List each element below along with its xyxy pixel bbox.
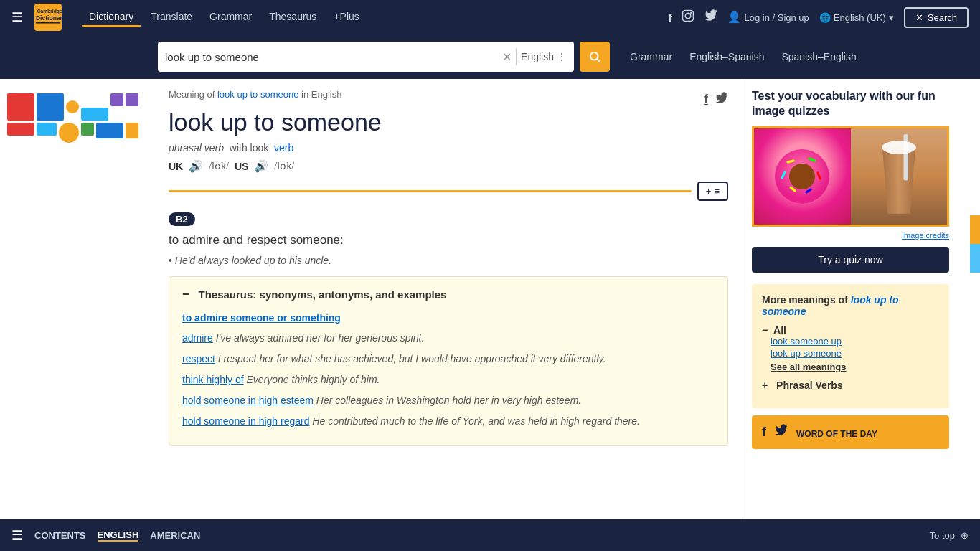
- thesaurus-ex-admire: I've always admired her for her generous…: [216, 332, 425, 344]
- thesaurus-entry: respect I respect her for what she has a…: [182, 352, 715, 367]
- nav-grammar[interactable]: Grammar: [202, 8, 259, 27]
- list-icon: ≡: [714, 186, 720, 197]
- thesaurus-term-high-regard[interactable]: hold someone in high regard: [182, 415, 309, 427]
- top-nav: ☰ Cambridge Dictionary Dictionary Transl…: [0, 0, 980, 34]
- to-top-button[interactable]: To top ⊕: [930, 530, 969, 541]
- language-filter[interactable]: English ⋮: [521, 51, 567, 62]
- instagram-link[interactable]: [682, 9, 694, 25]
- thesaurus-sub-link[interactable]: to admire someone or something: [182, 312, 715, 324]
- nav-thesaurus[interactable]: Thesaurus: [262, 8, 324, 27]
- share-twitter[interactable]: [715, 92, 728, 108]
- cb-orange-circle2: [59, 123, 79, 143]
- cb-blue2: [37, 123, 57, 136]
- mm-phrasal-section: + Phrasal Verbs: [762, 380, 939, 391]
- nav-plus[interactable]: +Plus: [326, 8, 366, 27]
- main-content: Meaning of look up to someone in English…: [154, 79, 743, 551]
- pronunciation: UK 🔊 /lʊk/ US 🔊 /lʊk/: [169, 159, 728, 173]
- svg-point-21: [882, 141, 916, 154]
- svg-line-8: [597, 59, 600, 62]
- login-link[interactable]: 👤 Log in / Sign up: [727, 11, 809, 24]
- quiz-image: [752, 126, 949, 227]
- thesaurus-term-think-highly[interactable]: think highly of: [182, 374, 244, 385]
- thesaurus-ex-high-regard: He contributed much to the life of York,…: [312, 415, 640, 427]
- thesaurus-ex-think-highly: Everyone thinks highly of him.: [247, 374, 380, 385]
- us-pron: /lʊk/: [274, 160, 294, 172]
- thesaurus-term-high-esteem[interactable]: hold someone in high esteem: [182, 395, 314, 406]
- more-meanings-box: More meanings of look up to someone − Al…: [752, 284, 949, 408]
- search-x-icon: ✕: [915, 12, 923, 23]
- mm-link-look-someone-up[interactable]: look someone up: [771, 336, 939, 347]
- collapse-thesaurus-icon[interactable]: −: [182, 287, 190, 302]
- quiz-image-left: [754, 128, 851, 225]
- twitter-link[interactable]: [705, 9, 717, 25]
- page-layout: Meaning of look up to someone in English…: [0, 79, 980, 551]
- svg-line-12: [788, 161, 793, 162]
- nav-social: f 👤 Log in / Sign up 🌐 English (UK) ▾ ✕ …: [668, 7, 969, 28]
- cb-purple2: [126, 93, 138, 106]
- definition: to admire and respect someone:: [169, 233, 728, 248]
- image-credits-link[interactable]: Image credits: [752, 231, 949, 240]
- right-accent: [970, 215, 980, 273]
- word-title: look up to someone: [169, 108, 728, 136]
- thesaurus-term-respect[interactable]: respect: [182, 353, 215, 364]
- social-bottom-twitter[interactable]: [775, 424, 788, 441]
- word-meta: phrasal verb with look verb: [169, 142, 728, 154]
- svg-rect-3: [36, 22, 60, 24]
- nav-links: Dictionary Translate Grammar Thesaurus +…: [82, 8, 367, 27]
- logo[interactable]: Cambridge Dictionary: [34, 4, 62, 31]
- mm-link-look-up-someone[interactable]: look up someone: [771, 348, 939, 359]
- thesaurus-term-admire[interactable]: admire: [182, 332, 213, 344]
- hamburger-icon[interactable]: ☰: [11, 9, 23, 25]
- nav-translate[interactable]: Translate: [143, 8, 199, 27]
- svg-point-6: [690, 12, 692, 14]
- thesaurus-box: − Thesaurus: synonyms, antonyms, and exa…: [169, 276, 728, 446]
- word-of-day-label: WORD OF THE DAY: [796, 429, 877, 439]
- nav-dictionary[interactable]: Dictionary: [82, 8, 141, 27]
- secondary-nav: Grammar English–Spanish Spanish–English: [630, 51, 857, 62]
- svg-marker-19: [882, 147, 915, 213]
- right-sidebar: Test your vocabulary with our fun image …: [743, 79, 958, 551]
- mm-minus-icon[interactable]: −: [762, 324, 768, 336]
- search-input[interactable]: [165, 51, 498, 63]
- search-go-button[interactable]: [580, 42, 610, 72]
- bottom-nav: ☰ Contents ENGLISH AMERICAN To top ⊕: [0, 519, 980, 551]
- add-to-list-button[interactable]: + ≡: [697, 182, 728, 201]
- see-all-meanings-link[interactable]: See all meanings: [771, 362, 939, 372]
- bottom-hamburger-icon[interactable]: ☰: [11, 527, 23, 543]
- thesaurus-header[interactable]: − Thesaurus: synonyms, antonyms, and exa…: [182, 287, 715, 302]
- search-button[interactable]: ✕ Search: [904, 7, 969, 28]
- us-audio-button[interactable]: 🔊: [254, 159, 268, 173]
- spanish-english-link[interactable]: Spanish–English: [781, 51, 856, 62]
- quiz-button[interactable]: Try a quiz now: [752, 247, 949, 273]
- breadcrumb-term[interactable]: look up to someone: [217, 89, 298, 100]
- quiz-image-right: [851, 128, 948, 225]
- grammar-link[interactable]: Grammar: [630, 51, 672, 62]
- thesaurus-entry: hold someone in high esteem Her colleagu…: [182, 393, 715, 408]
- english-spanish-link[interactable]: English–Spanish: [689, 51, 764, 62]
- bottom-american-link[interactable]: AMERICAN: [150, 530, 200, 541]
- level-badge: B2: [169, 212, 195, 226]
- language-selector[interactable]: 🌐 English (UK) ▾: [819, 12, 894, 23]
- example-sentence: He'd always looked up to his uncle.: [169, 255, 728, 266]
- uk-pron: /lʊk/: [209, 160, 229, 172]
- clear-search-icon[interactable]: ✕: [502, 50, 512, 64]
- share-facebook[interactable]: f: [704, 92, 708, 108]
- plus-icon: +: [706, 186, 712, 197]
- uk-audio-button[interactable]: 🔊: [189, 159, 203, 173]
- mm-plus-icon[interactable]: +: [762, 380, 768, 391]
- verb-link[interactable]: verb: [274, 142, 293, 154]
- social-share: f: [704, 92, 728, 108]
- social-bottom-facebook[interactable]: f: [762, 425, 766, 440]
- svg-text:Dictionary: Dictionary: [36, 14, 62, 22]
- ra-orange: [970, 215, 980, 244]
- thesaurus-entry: think highly of Everyone thinks highly o…: [182, 372, 715, 387]
- search-divider: [516, 48, 517, 65]
- facebook-link[interactable]: f: [668, 11, 672, 24]
- search-input-wrap: ✕ English ⋮: [158, 42, 574, 72]
- cb-purple-circle: [110, 93, 123, 106]
- donut-svg: [766, 141, 838, 212]
- bottom-english-link[interactable]: ENGLISH: [98, 529, 139, 542]
- thesaurus-ex-respect: I respect her for what she has achieved,…: [218, 353, 606, 364]
- bottom-contents-link[interactable]: Contents: [34, 530, 86, 541]
- cb-blue: [37, 93, 64, 121]
